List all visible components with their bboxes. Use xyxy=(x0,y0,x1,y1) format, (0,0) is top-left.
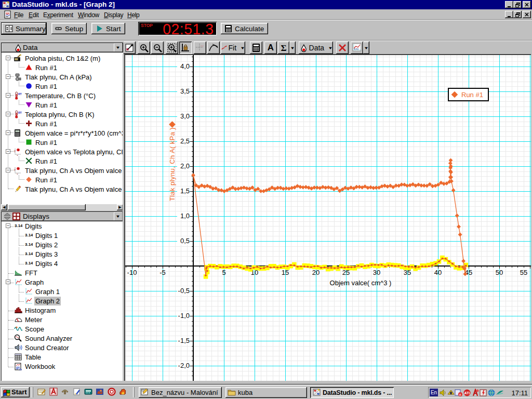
svg-text:30: 30 xyxy=(373,269,380,276)
svg-text:3.14: 3.14 xyxy=(25,261,33,265)
svg-text:3,5: 3,5 xyxy=(180,87,190,95)
svg-text:Run #1: Run #1 xyxy=(461,91,483,99)
svg-text:2,0: 2,0 xyxy=(180,162,190,170)
svg-text:RTD: RTD xyxy=(18,92,22,96)
svg-text:y: y xyxy=(14,168,16,171)
svg-text:1,5: 1,5 xyxy=(180,187,190,195)
svg-text:Σ: Σ xyxy=(281,43,286,53)
svg-text:50: 50 xyxy=(496,269,503,276)
svg-text:45: 45 xyxy=(465,269,472,276)
svg-text:40: 40 xyxy=(434,269,442,276)
svg-text:-5: -5 xyxy=(159,269,166,276)
svg-text:Tlak plynu, Ch A( kPa ): Tlak plynu, Ch A( kPa ) xyxy=(168,127,176,201)
svg-text:3,0: 3,0 xyxy=(180,112,190,120)
svg-text:y: y xyxy=(14,149,16,152)
svg-text:3.14: 3.14 xyxy=(15,223,22,228)
svg-text:Objem valce( cm^3 ): Objem valce( cm^3 ) xyxy=(330,279,392,287)
svg-text:3.14: 3.14 xyxy=(25,242,33,247)
svg-text:5: 5 xyxy=(222,269,225,276)
svg-text:0,5: 0,5 xyxy=(180,237,190,245)
svg-text:-1,0: -1,0 xyxy=(178,312,190,320)
svg-text:x: x xyxy=(17,172,18,175)
svg-text:-0,5: -0,5 xyxy=(178,287,190,295)
svg-text:2,5: 2,5 xyxy=(180,137,190,145)
svg-text:55: 55 xyxy=(520,269,527,276)
svg-text:4,0: 4,0 xyxy=(180,62,190,70)
svg-text:3.14: 3.14 xyxy=(25,251,33,256)
svg-text:-10: -10 xyxy=(127,269,137,276)
svg-text:ATI: ATI xyxy=(464,391,470,395)
svg-text:1,0: 1,0 xyxy=(180,212,190,220)
svg-text:xy: xy xyxy=(201,44,204,47)
svg-text:-1,5: -1,5 xyxy=(178,337,190,344)
svg-text:20: 20 xyxy=(312,269,320,276)
svg-text:x: x xyxy=(17,154,18,156)
svg-text:3.14: 3.14 xyxy=(25,233,33,237)
svg-text:-2,0: -2,0 xyxy=(178,362,190,369)
svg-text:RTD: RTD xyxy=(18,111,22,114)
